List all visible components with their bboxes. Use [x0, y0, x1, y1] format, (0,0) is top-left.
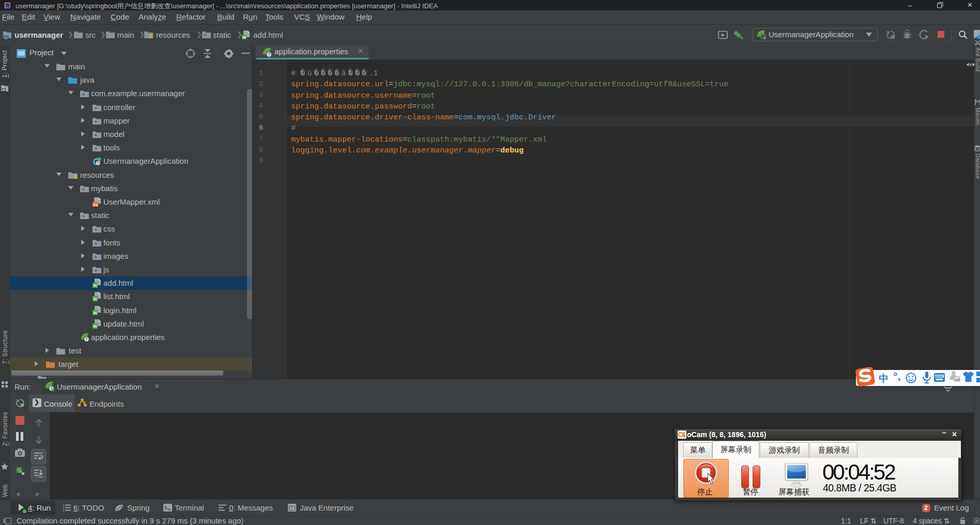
svg-text:<>: <> — [93, 203, 98, 207]
svg-text:H: H — [243, 35, 246, 40]
svg-text:IJ: IJ — [6, 4, 9, 7]
svg-text:14: 14 — [955, 377, 960, 382]
svg-text:H: H — [94, 283, 97, 288]
svg-text:H: H — [94, 311, 97, 315]
svg-text:H: H — [94, 324, 97, 329]
svg-text:H: H — [94, 297, 97, 301]
